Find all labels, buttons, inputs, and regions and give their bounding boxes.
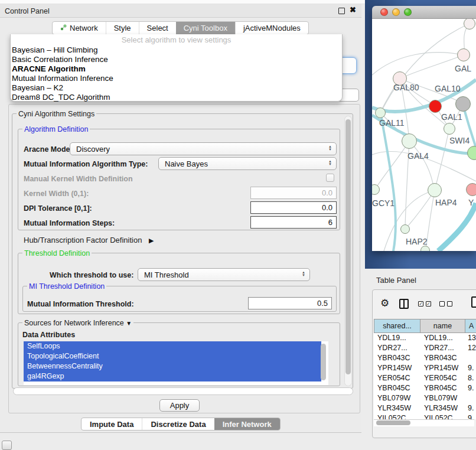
network-node-gal10[interactable] (455, 96, 471, 112)
attributes-list-scrollbar-thumb[interactable] (321, 344, 326, 380)
aracne-mode-select[interactable]: Discovery ▲▼ (70, 142, 337, 155)
mac-minimize-icon[interactable] (392, 8, 400, 16)
tab-label: jActiveMNodules (243, 24, 301, 32)
table-cell: YDL19... (420, 333, 465, 343)
attribute-list-item[interactable]: gal4RGexp (24, 371, 321, 381)
table-horizontal-scrollbar-thumb[interactable] (376, 420, 410, 425)
table-row[interactable]: YBL079WYBL079W (374, 393, 476, 403)
tab-label: Network (70, 24, 98, 32)
kernel-width-label: Kernel Width (0,1): (24, 190, 89, 198)
network-node[interactable] (420, 246, 430, 251)
hub-definition-label: Hub/Transcription Factor Definition (24, 236, 142, 244)
collapse-down-arrow-icon: ▼ (126, 320, 132, 327)
algorithm-option[interactable]: Basic Correlation Inference (12, 55, 341, 64)
settings-horizontal-scrollbar[interactable] (13, 387, 353, 395)
table-row[interactable]: YPR145WYPR145W9. (374, 363, 476, 373)
mi-steps-field[interactable]: 6 (250, 216, 337, 229)
network-node-gal4[interactable] (402, 133, 417, 149)
document-icon[interactable] (471, 296, 476, 308)
tab-select[interactable]: Select (139, 22, 176, 34)
table-row[interactable]: YDL19...YDL19...13 (374, 333, 476, 343)
attribute-list-item[interactable]: SelfLoops (24, 341, 321, 351)
algorithm-option[interactable]: ARACNE Algorithm (12, 64, 341, 74)
tab-style[interactable]: Style (106, 22, 139, 34)
mi-threshold-label: Mutual Information Threshold: (27, 300, 134, 308)
checked-checkboxes-icon[interactable]: ✓✓ (418, 301, 431, 306)
mac-close-icon[interactable] (380, 8, 388, 16)
table-cell: 9. (465, 403, 476, 413)
unchecked-checkboxes-icon[interactable] (439, 301, 452, 306)
table-cell (465, 353, 476, 363)
stepper-icon: ▲▼ (328, 145, 332, 151)
close-icon[interactable]: ✖ (350, 5, 356, 14)
table-row[interactable]: YDR27...YDR27...12 (374, 343, 476, 353)
tab-cyni-toolbox[interactable]: Cyni Toolbox (176, 22, 235, 34)
tab-discretize-data[interactable]: Discretize Data (142, 418, 214, 430)
which-threshold-value: MI Threshold (144, 270, 189, 279)
which-threshold-label: Which threshold to use: (50, 271, 133, 279)
mi-threshold-field[interactable]: 0.5 (248, 297, 332, 309)
dpi-tolerance-field[interactable]: 0.0 (250, 201, 337, 214)
mi-algorithm-type-select[interactable]: Naive Bayes ▲▼ (158, 157, 337, 170)
tab-network[interactable]: Network (53, 22, 106, 34)
attribute-list-item[interactable]: BetweennessCentrality (24, 361, 321, 371)
hub-definition-expander[interactable]: Hub/Transcription Factor Definition ▶ (24, 236, 154, 244)
column-header-1[interactable]: shared... (374, 319, 420, 333)
kernel-width-field[interactable]: 0.0 (250, 187, 337, 199)
minimized-panel-icon[interactable] (2, 441, 12, 450)
algorithm-definition-legend: Algorithm Definition (22, 125, 90, 133)
table-cell: YBR045C (374, 383, 420, 393)
aracne-mode-label: Aracne Mode: (24, 145, 73, 154)
node-label: GAL4 (407, 151, 429, 161)
column-header-2[interactable]: name (420, 319, 465, 333)
table-row[interactable]: YER054CYER054C8. (374, 373, 476, 383)
which-threshold-select[interactable]: MI Threshold ▲▼ (138, 268, 310, 281)
table-cell (465, 393, 476, 403)
table-cell: YLR345W (420, 403, 465, 413)
top-strip (0, 0, 365, 4)
algorithm-option[interactable]: Dream8 DC_TDC Algorithm (12, 93, 341, 102)
attribute-list-item[interactable]: TopologicalCoefficient (24, 351, 321, 361)
aracne-mode-value: Discovery (76, 145, 110, 154)
node-label: SWI4 (449, 136, 470, 145)
network-node[interactable] (429, 100, 442, 113)
data-attributes-list[interactable]: SelfLoopsTopologicalCoefficientBetweenne… (24, 341, 328, 385)
node-label: HAP4 (435, 198, 457, 207)
mi-threshold-legend: MI Threshold Definition (27, 282, 106, 291)
table-cell: YDR27... (374, 343, 420, 353)
network-node-hap2[interactable] (400, 224, 410, 234)
float-window-icon[interactable] (338, 8, 345, 14)
network-canvas[interactable]: GALGAL80GAL10GAL1GAL11GAL4SWI4GCY1HAP4YH… (372, 19, 476, 251)
dpi-tolerance-label: DPI Tolerance [0,1]: (24, 204, 92, 213)
network-node-gal[interactable] (457, 48, 470, 61)
node-label: GAL80 (393, 83, 419, 92)
manual-kernel-width-checkbox[interactable] (326, 174, 334, 182)
tab-impute-data[interactable]: Impute Data (81, 418, 142, 430)
tab-jactivemnodules[interactable]: jActiveMNodules (235, 22, 308, 34)
table-row[interactable]: YBR043CYBR043C (374, 353, 476, 363)
table-cell: 9. (465, 383, 476, 393)
network-node-y[interactable] (466, 183, 476, 196)
network-node-gal11[interactable] (375, 107, 386, 118)
table-row[interactable]: YLR345WYLR345W9. (374, 403, 476, 413)
apply-button[interactable]: Apply (159, 399, 200, 412)
columns-icon[interactable] (399, 299, 409, 309)
algorithm-option[interactable]: Mutual Information Inference (12, 74, 341, 83)
mac-zoom-icon[interactable] (404, 8, 412, 16)
cyni-settings-legend: Cyni Algorithm Settings (17, 110, 96, 118)
network-node-gal1[interactable] (444, 123, 455, 135)
control-panel-title: Control Panel (5, 7, 50, 15)
algorithm-option[interactable]: Bayesian – Hill Climbing (12, 45, 341, 55)
column-header-3[interactable]: A (465, 319, 476, 333)
network-node-hap4[interactable] (428, 183, 442, 197)
table-cell: YER054C (420, 373, 465, 383)
tab-infer-network[interactable]: Infer Network (214, 418, 280, 430)
algorithm-dropdown-popup: Select algorithm to view settings Bayesi… (10, 34, 343, 102)
table-row[interactable]: YBR045CYBR045C9. (374, 383, 476, 393)
settings-scrollbar-thumb[interactable] (345, 119, 351, 374)
tab-label: Cyni Toolbox (184, 24, 227, 32)
sources-legend[interactable]: Sources for Network Inference ▼ (22, 319, 133, 327)
gear-icon[interactable]: ⚙ (380, 297, 389, 309)
table-row[interactable]: YIL052CYIL052C9. (374, 413, 476, 419)
algorithm-option[interactable]: Bayesian – K2 (12, 83, 341, 93)
